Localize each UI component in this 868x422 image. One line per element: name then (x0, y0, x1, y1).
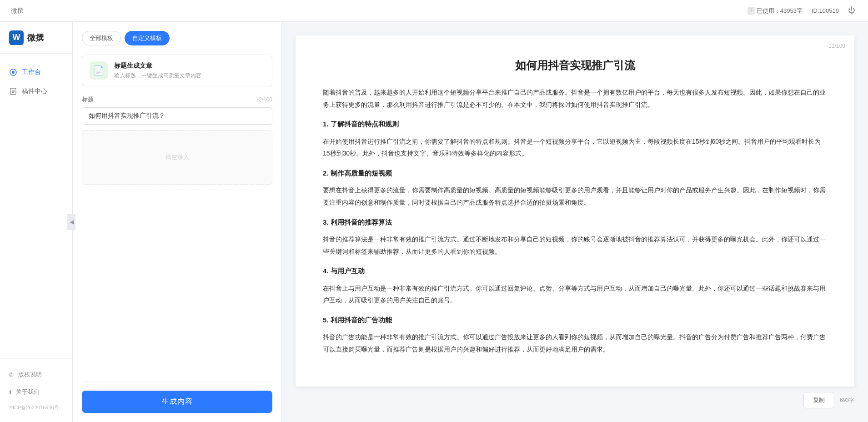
preview-bottom-bar: 复制 693字 (296, 387, 854, 408)
section-paragraph: 随着抖音的普及，越来越多的人开始利用这个短视频分享平台来推广自己的产品或服务。抖… (323, 86, 827, 111)
section-heading: 4. 与用户互动 (323, 265, 827, 278)
header: 微撰 T 已使用：43953字 ID:100519 ⏻ (0, 0, 868, 22)
template-card-info: 标题生成文章 输入标题，一键生成高质量文章内容 (114, 62, 201, 80)
about-icon: ℹ (9, 389, 11, 396)
generate-button[interactable]: 生成内容 (82, 391, 272, 413)
sidebar: W 微撰 工作台 (0, 22, 73, 422)
main-layout: W 微撰 工作台 (0, 22, 868, 422)
document-body: 随着抖音的普及，越来越多的人开始利用这个短视频分享平台来推广自己的产品或服务。抖… (323, 86, 827, 356)
section-heading: 5. 利用抖音的广告功能 (323, 314, 827, 327)
form-title-count: 12/100 (256, 96, 272, 103)
logo-icon: W (9, 30, 24, 45)
header-id: ID:100519 (812, 7, 839, 14)
section-heading: 2. 制作高质量的短视频 (323, 167, 827, 180)
about-label: 关于我们 (16, 388, 40, 396)
section-paragraph: 要想在抖音上获得更多的流量，你需要制作高质量的短视频。高质量的短视频能够吸引更多… (323, 184, 827, 208)
section-paragraph: 抖音的推荐算法是一种非常有效的推广引流方式。通过不断地发布和分享自己的短视频，你… (323, 233, 827, 257)
left-panel: 全部模板 自定义模板 📄 标题生成文章 输入标题，一键生成高质量文章内容 标题 … (73, 22, 282, 422)
document-title: 如何用抖音实现推广引流 (323, 58, 827, 73)
sidebar-item-workbench-label: 工作台 (22, 68, 41, 76)
placeholder-text: 请空录入 (166, 153, 189, 161)
divider (82, 381, 272, 382)
header-right: T 已使用：43953字 ID:100519 ⏻ (748, 6, 857, 15)
sidebar-bottom: © 版权说明 ℹ 关于我们 ©ICP备2022016946号 (0, 358, 72, 422)
template-card-title: 标题生成文章 (114, 62, 201, 70)
template-card-icon: 📄 (90, 61, 108, 80)
icp-text: ©ICP备2022016946号 (0, 401, 72, 415)
header-title: 微撰 (11, 7, 24, 15)
usage-text: 已使用：43953字 (757, 7, 803, 15)
additional-input-area: 请空录入 (82, 130, 272, 185)
section-heading: 3. 利用抖音的推荐算法 (323, 216, 827, 229)
tab-custom-templates[interactable]: 自定义模板 (125, 31, 170, 45)
preview-document[interactable]: 11/100 如何用抖音实现推广引流 随着抖音的普及，越来越多的人开始利用这个短… (296, 35, 854, 387)
sidebar-nav: 工作台 稿件中心 (0, 54, 72, 358)
form-title-label: 标题 12/100 (82, 95, 272, 104)
svg-point-1 (12, 71, 15, 74)
workbench-icon (9, 68, 17, 76)
title-input[interactable] (82, 107, 272, 125)
usage-icon: T (748, 7, 755, 15)
section-heading: 1. 了解抖音的特点和规则 (323, 118, 827, 131)
copy-button[interactable]: 复制 (803, 392, 834, 408)
section-paragraph: 在抖音上与用户互动是一种非常有效的推广引流方式。你可以通过回复评论、点赞、分享等… (323, 282, 827, 306)
sidebar-item-drafts-label: 稿件中心 (22, 87, 47, 95)
sidebar-collapse-button[interactable]: ◀ (67, 214, 75, 230)
sidebar-logo: W 微撰 (0, 22, 72, 54)
sidebar-copyright-item[interactable]: © 版权说明 (0, 366, 72, 383)
sidebar-item-workbench[interactable]: 工作台 (0, 63, 72, 82)
word-count: 693字 (840, 397, 854, 404)
sidebar-item-drafts[interactable]: 稿件中心 (0, 82, 72, 101)
template-tabs: 全部模板 自定义模板 (82, 31, 272, 45)
section-paragraph: 在开始使用抖音进行推广引流之前，你需要了解抖音的特点和规则。抖音是一个短视频分享… (323, 136, 827, 160)
template-card-desc: 输入标题，一键生成高质量文章内容 (114, 72, 201, 80)
tab-all-templates[interactable]: 全部模板 (82, 31, 121, 45)
form-section: 标题 12/100 请空录入 (82, 95, 272, 192)
section-paragraph: 抖音的广告功能是一种非常有效的推广引流方式。你可以通过广告投放来让更多的人看到你… (323, 331, 827, 355)
copyright-icon: © (9, 372, 14, 378)
generate-section: 生成内容 (82, 372, 272, 413)
right-panel: 11/100 如何用抖音实现推广引流 随着抖音的普及，越来越多的人开始利用这个短… (282, 22, 868, 422)
logo-text: 微撰 (27, 32, 44, 43)
drafts-icon (9, 87, 17, 95)
page-number: 11/100 (828, 43, 845, 49)
header-usage: T 已使用：43953字 (748, 7, 803, 15)
power-button[interactable]: ⏻ (848, 6, 857, 15)
sidebar-about-item[interactable]: ℹ 关于我们 (0, 383, 72, 401)
content-area: 全部模板 自定义模板 📄 标题生成文章 输入标题，一键生成高质量文章内容 标题 … (73, 22, 868, 422)
template-card[interactable]: 📄 标题生成文章 输入标题，一键生成高质量文章内容 (82, 55, 272, 86)
copyright-label: 版权说明 (18, 371, 42, 379)
